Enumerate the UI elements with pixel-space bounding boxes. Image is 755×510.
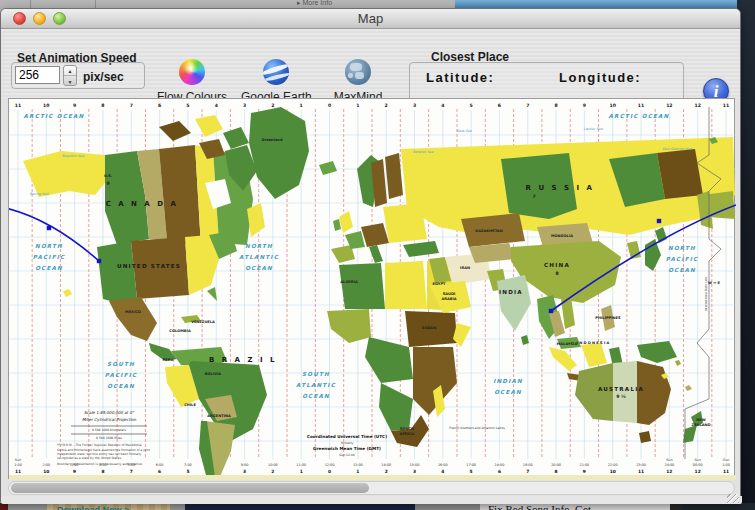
zone-number-bottom: 11 <box>723 469 729 474</box>
zone-time-bottom: 23:00 <box>636 463 646 467</box>
region-australia-central <box>613 361 637 423</box>
zone-time-bottom: 9:00 <box>241 463 249 467</box>
map-label: French Southern and Antarctic Lands <box>449 426 505 430</box>
world-timezone-map-svg[interactable]: 11Sun1:0011102:001093:00984:00875:00766:… <box>9 99 736 480</box>
maxmind-globe-icon <box>345 59 371 85</box>
map-label: EGYPT <box>432 282 446 286</box>
zone-number-bottom: 11 <box>15 469 21 474</box>
zone-number-bottom: 4 <box>441 469 444 474</box>
region-arctic-island <box>195 115 223 137</box>
region-central-europe <box>361 223 389 247</box>
zone-time-bottom: 13:00 <box>353 463 363 467</box>
zone-number-bottom: 2 <box>385 469 388 474</box>
stepper-down-button[interactable]: ▼ <box>64 77 76 87</box>
region-uk <box>339 211 353 233</box>
zone-time-bottom: 10:00 <box>268 463 278 467</box>
window-title: Map <box>1 11 740 26</box>
region-east-africa <box>413 347 457 415</box>
horizontal-scrollbar-track[interactable] <box>8 481 735 495</box>
zone-number-bottom: 6 <box>498 469 501 474</box>
resize-grip[interactable] <box>727 494 739 503</box>
zone-time-bottom: 20:00 <box>551 463 561 467</box>
zone-number-top: 8 <box>554 103 557 108</box>
map-label: OCEAN <box>494 389 522 395</box>
region-australia-east <box>637 361 671 425</box>
zone-number-top: 6 <box>498 103 501 108</box>
zone-time-bottom: 22:00 <box>608 463 618 467</box>
world-map[interactable]: 11Sun1:0011102:001093:00984:00875:00766:… <box>8 98 735 479</box>
map-label: PACIFIC <box>105 372 138 378</box>
map-label: MEXICO <box>125 310 141 314</box>
region-greenland <box>249 107 309 199</box>
zone-number-top: 9 <box>73 103 76 108</box>
region-japan <box>645 239 661 271</box>
zone-number-top: 3 <box>413 103 416 108</box>
animation-speed-input[interactable] <box>15 66 60 84</box>
zone-number-bottom: 3 <box>413 469 416 474</box>
map-label: PACIFIC <box>666 256 699 262</box>
horizontal-scrollbar-thumb[interactable] <box>11 483 369 493</box>
region-ireland <box>333 219 341 231</box>
map-label: SOUTH <box>302 371 330 377</box>
window-bottom-bar <box>1 496 742 504</box>
zone-time-bottom: 2:00 <box>43 463 51 467</box>
zone-number-bottom: 12 <box>695 469 701 474</box>
background-download-link[interactable]: Download Now > <box>57 505 129 510</box>
zone-number-bottom: 7 <box>526 469 529 474</box>
sun-mark: Sun <box>694 458 700 462</box>
map-label: SUDAN <box>422 326 436 330</box>
map-label: AFRICA <box>400 432 415 436</box>
map-label: Scale 1:85,000,000 at 0° <box>84 410 135 415</box>
zone-number-bottom: 8 <box>101 469 104 474</box>
map-label: AUSTRALIA <box>598 386 644 392</box>
map-label: R U S S I A <box>526 184 595 192</box>
region-west-africa <box>327 309 371 343</box>
map-label: INDIAN <box>493 378 523 384</box>
map-label: Laptev Sea <box>584 127 604 131</box>
map-label: ARGENTINA <box>207 414 231 418</box>
background-fragment <box>8 503 47 510</box>
zone-number-bottom: 8 <box>555 469 558 474</box>
background-more-info-link[interactable]: ▸ More Info <box>297 0 332 7</box>
zone-number-top: 12 <box>666 103 672 108</box>
map-label: Greenland <box>262 138 283 142</box>
map-label: COLOMBIA <box>169 329 191 333</box>
map-label: ARCTIC OCEAN <box>609 113 670 119</box>
zone-number-bottom: 10 <box>610 469 616 474</box>
map-label: PACIFIC <box>33 254 66 260</box>
flight-waypoint-dot <box>657 219 661 223</box>
map-label: Kara Sea <box>456 129 472 133</box>
region-arctic-island <box>159 121 191 141</box>
map-label: recognized as a state by the United Stat… <box>57 456 122 460</box>
background-logo-area <box>185 503 415 510</box>
flight-path-arc <box>9 207 99 261</box>
region-island <box>675 360 681 366</box>
region-borneo <box>581 343 607 367</box>
zone-number-bottom: 3 <box>243 469 246 474</box>
map-label: U.S. <box>104 174 112 178</box>
map-label: C A N A D A <box>106 200 179 208</box>
zone-number-top: 11 <box>15 103 21 108</box>
title-bar[interactable]: Map <box>1 9 740 29</box>
map-label: OCEAN <box>245 265 273 271</box>
zone-time-bottom: 24:00 <box>664 463 674 467</box>
zone-number-bottom: 9 <box>583 469 586 474</box>
map-label: *F.Y.R.O.M. - The Former Yugoslav Republ… <box>57 443 142 447</box>
map-label: Barents Sea <box>413 150 434 154</box>
map-label: I N D O N E S I A <box>577 341 610 345</box>
sun-mark: Sun <box>666 458 672 462</box>
region-turkey <box>403 241 439 257</box>
sun-mark: Sun <box>15 458 21 462</box>
map-label: CHINA <box>544 262 570 268</box>
zone-number-bottom: 9 <box>73 469 76 474</box>
background-text-area: Fix Red Song Info. Get <box>480 503 670 510</box>
zone-number-top: 5 <box>186 103 189 108</box>
zone-number-top: 12 <box>694 103 700 108</box>
map-label: MONGOLIA <box>551 234 573 238</box>
zone-number-bottom: 5 <box>186 469 189 474</box>
region-us-west <box>97 241 137 305</box>
background-fragment <box>670 503 683 510</box>
stepper-up-button[interactable]: ▲ <box>64 66 76 76</box>
zone-number-bottom: 12 <box>666 469 672 474</box>
map-label: ZEALAND <box>692 423 711 427</box>
